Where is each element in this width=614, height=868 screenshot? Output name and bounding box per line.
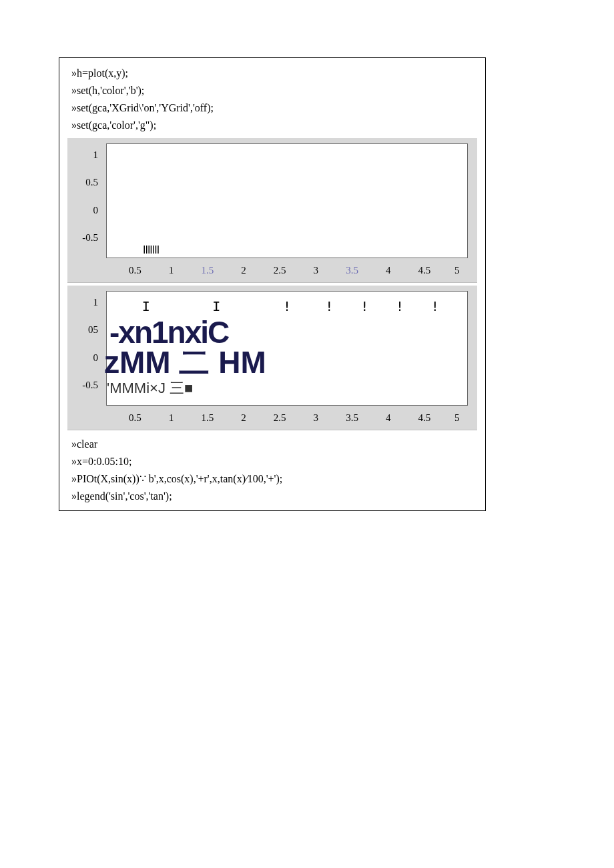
x-tick: 2.5 — [274, 412, 286, 424]
code-block-bottom: »clear »x=0:0.05:10; »PIOt(X,sin(x))∵ b'… — [59, 430, 485, 505]
y-tick: 0 — [93, 204, 99, 215]
content-frame: »h=plot(x,y); »set(h,'color','b'); »set(… — [59, 57, 486, 511]
overlay-mark: ! — [325, 298, 333, 314]
x-tick: 3 — [314, 265, 319, 276]
y-tick: 1 — [93, 297, 99, 308]
y-tick: -0.5 — [82, 380, 98, 391]
x-tick: 5 — [454, 412, 460, 424]
x-tick: 5 — [454, 265, 460, 276]
code-line: »clear — [71, 436, 473, 453]
chart-1-plotarea: 1 0.5 0 -0.5 IIIIIII — [67, 138, 477, 264]
code-line: »legend('sin','cos','tan'); — [71, 488, 473, 505]
y-tick: 1 — [93, 149, 99, 161]
overlay-mark: ! — [360, 298, 368, 314]
code-line: »set(gca,'XGrid\'on','YGrid','off); — [71, 99, 473, 117]
x-tick: 2 — [241, 265, 246, 276]
chart-2-canvas: I I ! ! ! ! ! -xn1nxiC zMM 二 HM 'MMMi×J … — [106, 291, 468, 406]
y-tick: 0.5 — [85, 177, 98, 188]
chart-1-xticks: 0.5 1 1.5 2 2.5 3 3.5 4 4.5 5 — [106, 265, 468, 281]
x-tick: 4 — [386, 265, 391, 276]
graffiti-text: 'MMMi×J 三■ — [107, 378, 193, 398]
chart-2: 1 05 0 -0.5 I I ! ! ! ! ! — [67, 286, 477, 430]
code-line: »set(gca,'color','g"); — [71, 117, 473, 134]
y-tick: 05 — [88, 324, 98, 336]
chart-1-canvas: IIIIIII — [106, 143, 468, 258]
page: »h=plot(x,y); »set(h,'color','b'); »set(… — [0, 0, 614, 868]
y-tick: 0 — [93, 352, 99, 363]
chart-2-yaxis: 1 05 0 -0.5 — [67, 291, 102, 406]
x-tick: 4.5 — [418, 412, 431, 424]
figure-stack: 1 0.5 0 -0.5 IIIIIII 0.5 1 1.5 2 — [59, 138, 485, 430]
chart-1: 1 0.5 0 -0.5 IIIIIII 0.5 1 1.5 2 — [67, 138, 477, 283]
chart-1-gridmarks: IIIIIII — [143, 244, 159, 256]
x-tick: 3.5 — [346, 265, 358, 276]
x-tick: 2 — [241, 412, 246, 424]
chart-2-xaxis: 0.5 1 1.5 2 2.5 3 3.5 4 4.5 5 — [67, 411, 477, 430]
x-tick: 4.5 — [418, 265, 431, 276]
code-line: »x=0:0.05:10; — [71, 453, 473, 470]
x-tick: 1.5 — [201, 265, 214, 276]
code-line: »set(h,'color','b'); — [71, 82, 473, 99]
x-tick: 0.5 — [129, 412, 141, 424]
x-tick: 3 — [314, 412, 319, 424]
chart-2-plotarea: 1 05 0 -0.5 I I ! ! ! ! ! — [67, 286, 477, 411]
x-tick: 1.5 — [201, 412, 214, 424]
x-tick: 3.5 — [346, 412, 358, 424]
overlay-mark: ! — [431, 298, 439, 314]
code-block-top: »h=plot(x,y); »set(h,'color','b'); »set(… — [59, 58, 485, 138]
overlay-mark: ! — [396, 298, 404, 314]
x-tick: 1 — [169, 265, 174, 276]
code-line: »PIOt(X,sin(x))∵ b',x,cos(x),'+r',x,tan(… — [71, 470, 473, 488]
overlay-mark: I — [212, 298, 220, 314]
x-tick: 2.5 — [274, 265, 286, 276]
chart-2-xticks: 0.5 1 1.5 2 2.5 3 3.5 4 4.5 5 — [106, 412, 468, 428]
chart-1-xaxis: 0.5 1 1.5 2 2.5 3 3.5 4 4.5 5 — [67, 264, 477, 282]
overlay-mark: I — [142, 298, 150, 314]
x-tick: 1 — [169, 412, 174, 424]
graffiti-text: zMM 二 HM — [104, 342, 266, 384]
chart-1-yaxis: 1 0.5 0 -0.5 — [67, 143, 102, 258]
overlay-mark: ! — [283, 298, 291, 314]
x-tick: 0.5 — [129, 265, 141, 276]
y-tick: -0.5 — [82, 232, 98, 244]
code-line: »h=plot(x,y); — [71, 65, 473, 82]
x-tick: 4 — [386, 412, 391, 424]
chart-2-overlay-row: I I ! ! ! ! ! — [111, 298, 463, 312]
